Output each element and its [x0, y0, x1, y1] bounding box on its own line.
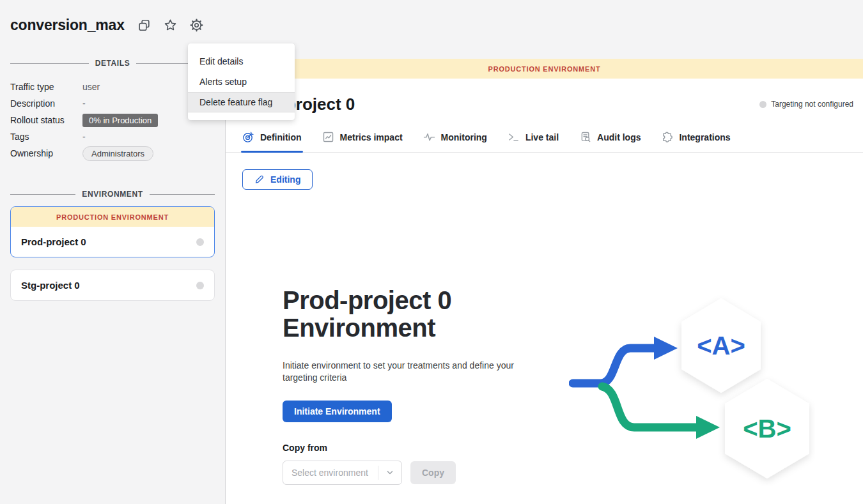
environment-select[interactable]: Select environment — [283, 461, 402, 485]
blue-branch-line — [573, 348, 655, 383]
tab-audit-logs[interactable]: Audit logs — [579, 131, 641, 152]
tab-label: Monitoring — [441, 132, 487, 142]
detail-label: Description — [10, 98, 82, 109]
menu-item-edit-details[interactable]: Edit details — [188, 51, 295, 72]
puzzle-icon — [661, 131, 673, 143]
feature-flag-page: conversion_max — [0, 0, 863, 504]
topbar: conversion_max — [0, 0, 863, 59]
details-rows: Traffic type user Description - Rollout … — [10, 79, 215, 162]
environment-name: Stg-project 0 — [21, 280, 80, 291]
initiate-environment-button[interactable]: Initiate Environment — [283, 401, 392, 422]
detail-label: Tags — [10, 132, 82, 142]
details-heading: DETAILS — [10, 59, 215, 68]
detail-value: user — [82, 82, 100, 92]
rollout-status-badge: 0% in Production — [82, 114, 158, 127]
terminal-icon — [508, 131, 520, 143]
tab-integrations[interactable]: Integrations — [661, 131, 730, 152]
variant-a-hexagon: <A> — [681, 298, 761, 393]
detail-label: Traffic type — [10, 82, 82, 92]
variant-b-hexagon: <B> — [725, 379, 809, 478]
editing-button-label: Editing — [270, 174, 300, 185]
select-placeholder: Select environment — [283, 468, 378, 478]
ownership-pill[interactable]: Administrators — [82, 146, 153, 161]
tab-label: Live tail — [525, 132, 559, 142]
detail-label: Rollout status — [10, 115, 82, 125]
copy-button[interactable]: Copy — [410, 461, 456, 484]
copy-from-label: Copy from — [283, 443, 525, 453]
detail-value: - — [82, 132, 86, 142]
tab-metrics-impact[interactable]: Metrics impact — [322, 131, 403, 152]
editing-button[interactable]: Editing — [242, 169, 313, 190]
empty-state-description: Initiate environment to set your treatme… — [283, 360, 520, 384]
variant-b-label: <B> — [743, 415, 791, 443]
environment-card-stg[interactable]: Stg-project 0 — [10, 270, 215, 301]
gear-icon[interactable] — [190, 19, 203, 32]
chevron-down-icon — [378, 468, 401, 478]
tab-bar: Definition Metrics impact Monitoring — [226, 131, 863, 153]
variant-a-label: <A> — [697, 332, 745, 360]
detail-row-traffic-type: Traffic type user — [10, 79, 215, 95]
environment-card-prod[interactable]: PRODUCTION ENVIRONMENT Prod-project 0 — [10, 206, 215, 257]
green-branch-line — [602, 386, 697, 427]
flag-name-title: conversion_max — [10, 17, 125, 34]
green-arrowhead-icon — [696, 416, 720, 439]
environment-heading: ENVIRONMENT — [10, 190, 215, 199]
detail-label: Ownership — [10, 148, 82, 158]
targeting-status-label: Targeting not configured — [771, 100, 853, 109]
tab-label: Audit logs — [597, 132, 641, 142]
star-icon[interactable] — [164, 19, 177, 32]
duplicate-icon[interactable] — [137, 19, 151, 32]
environment-name: Prod-project 0 — [21, 236, 86, 247]
tab-definition[interactable]: Definition — [242, 131, 302, 152]
production-environment-banner: PRODUCTION ENVIRONMENT — [226, 59, 863, 79]
status-dot — [196, 238, 204, 246]
targeting-status: Targeting not configured — [759, 100, 853, 109]
line-chart-icon — [322, 131, 334, 143]
tab-label: Definition — [260, 132, 302, 142]
menu-item-delete-feature-flag[interactable]: Delete feature flag — [188, 92, 295, 112]
pulse-icon — [423, 131, 435, 143]
detail-row-ownership: Ownership Administrators — [10, 145, 215, 162]
tab-label: Metrics impact — [340, 132, 403, 142]
blue-arrowhead-icon — [654, 337, 678, 360]
ab-split-illustration: <A> <B> — [569, 293, 815, 486]
pencil-icon — [254, 174, 265, 185]
main-content: PRODUCTION ENVIRONMENT Prod-project 0 Ta… — [226, 59, 863, 504]
environment-empty-state: Prod-project 0 Environment Initiate envi… — [226, 287, 863, 486]
settings-menu: Edit details Alerts setup Delete feature… — [188, 43, 295, 120]
tab-monitoring[interactable]: Monitoring — [423, 131, 487, 152]
status-dot — [196, 282, 204, 289]
target-icon — [242, 131, 254, 143]
tab-live-tail[interactable]: Live tail — [508, 131, 559, 152]
status-dot — [759, 101, 766, 108]
production-environment-label: PRODUCTION ENVIRONMENT — [11, 207, 214, 227]
sidebar: DETAILS Traffic type user Description - … — [0, 59, 226, 504]
menu-item-alerts-setup[interactable]: Alerts setup — [188, 72, 295, 92]
detail-row-rollout-status: Rollout status 0% in Production — [10, 112, 215, 128]
detail-row-description: Description - — [10, 95, 215, 112]
detail-value: - — [82, 98, 86, 109]
detail-row-tags: Tags - — [10, 128, 215, 145]
tab-label: Integrations — [679, 132, 730, 142]
document-search-icon — [579, 131, 591, 143]
empty-state-title: Prod-project 0 Environment — [283, 287, 503, 342]
